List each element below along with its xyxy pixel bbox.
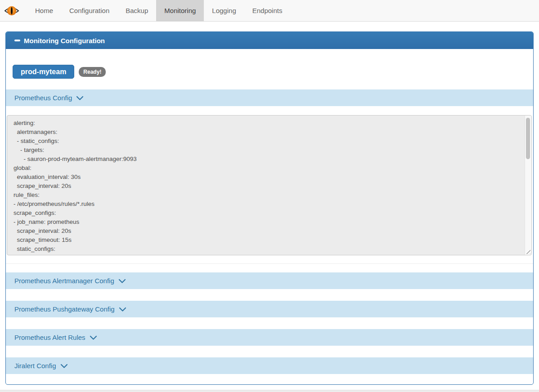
editor-scrollbar[interactable] <box>525 116 531 255</box>
nav-item-endpoints[interactable]: Endpoints <box>244 0 291 21</box>
prometheus-config-editor-wrap: alerting: alertmanagers: - static_config… <box>7 115 532 255</box>
nav-item-monitoring[interactable]: Monitoring <box>156 0 204 21</box>
section-prometheus-alert-rules[interactable]: Prometheus Alert Rules <box>6 329 533 346</box>
panel-title: Monitoring Configuration <box>24 37 105 45</box>
section-prometheus-config[interactable]: Prometheus Config <box>6 89 533 106</box>
section-title: Jiralert Config <box>14 362 56 370</box>
section-title: Prometheus Alertmanager Config <box>14 277 114 285</box>
chevron-down-icon <box>76 96 84 101</box>
environment-row: prod-myteam Ready! <box>13 65 533 79</box>
nav-item-home[interactable]: Home <box>27 0 61 21</box>
status-badge: Ready! <box>79 67 106 77</box>
section-divider <box>6 263 533 264</box>
monitoring-configuration-panel: Monitoring Configuration prod-myteam Rea… <box>5 31 534 385</box>
editor-scrollbar-thumb[interactable] <box>526 118 530 159</box>
navbar: Home Configuration Backup Monitoring Log… <box>0 0 539 22</box>
nav-items: Home Configuration Backup Monitoring Log… <box>27 0 290 21</box>
chevron-down-icon <box>60 364 68 369</box>
chevron-down-icon <box>118 279 126 284</box>
prometheus-config-textarea[interactable]: alerting: alertmanagers: - static_config… <box>7 115 532 255</box>
section-prometheus-pushgateway-config[interactable]: Prometheus Pushgateway Config <box>6 301 533 317</box>
environment-button[interactable]: prod-myteam <box>13 65 74 79</box>
prometheus-config-yaml: alerting: alertmanagers: - static_config… <box>7 116 531 255</box>
panel-header[interactable]: Monitoring Configuration <box>6 32 533 49</box>
bottom-edge-strip <box>0 390 539 392</box>
collapse-minus-icon <box>14 40 20 41</box>
section-prometheus-alertmanager-config[interactable]: Prometheus Alertmanager Config <box>6 272 533 289</box>
nav-item-configuration[interactable]: Configuration <box>61 0 117 21</box>
page-content: Monitoring Configuration prod-myteam Rea… <box>0 22 539 385</box>
sauron-eye-icon <box>4 4 20 18</box>
section-title: Prometheus Config <box>14 94 72 102</box>
section-title: Prometheus Alert Rules <box>14 334 85 341</box>
app-logo[interactable] <box>0 0 24 21</box>
nav-item-logging[interactable]: Logging <box>204 0 244 21</box>
chevron-down-icon <box>90 335 97 340</box>
nav-item-backup[interactable]: Backup <box>117 0 156 21</box>
section-jiralert-config[interactable]: Jiralert Config <box>6 357 533 374</box>
chevron-down-icon <box>119 307 126 312</box>
section-title: Prometheus Pushgateway Config <box>14 305 115 313</box>
